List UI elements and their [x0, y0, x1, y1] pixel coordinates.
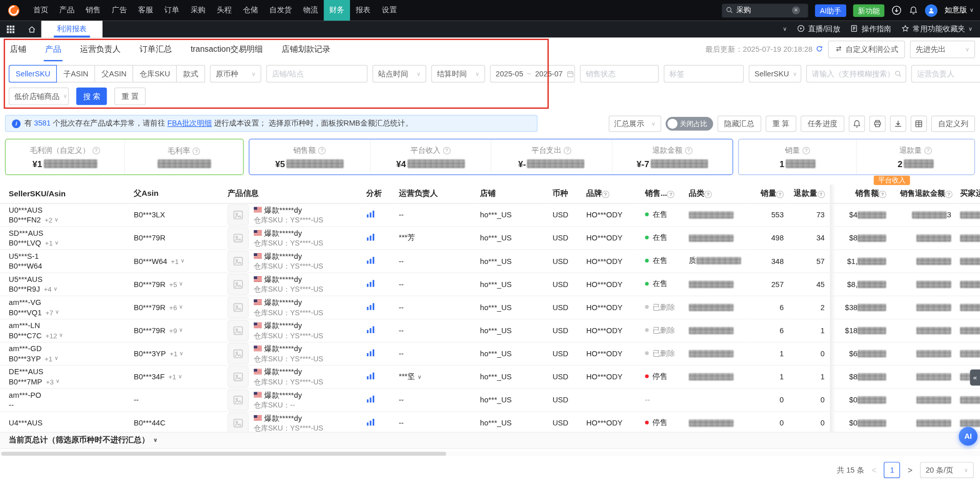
tabs-dropdown-icon[interactable]: ∨ — [783, 26, 787, 32]
analysis-chart-icon[interactable] — [366, 325, 375, 334]
nav-item[interactable]: 头程 — [211, 0, 237, 21]
expand-variants[interactable]: +2∨ — [45, 215, 58, 225]
chevron-down-icon[interactable]: ∨ — [153, 438, 158, 443]
favorites-link[interactable]: 常用功能收藏夹 ∨ — [902, 24, 973, 34]
product-image[interactable] — [228, 343, 249, 364]
question-icon[interactable]: ? — [564, 147, 571, 154]
col-operator[interactable]: 运营负责人 — [394, 185, 475, 203]
expand-variants[interactable]: +1∨ — [45, 354, 58, 364]
analysis-chart-icon[interactable] — [366, 302, 375, 311]
notify-bell-button[interactable] — [849, 116, 865, 132]
global-search[interactable]: ✕ — [722, 4, 808, 17]
product-image[interactable] — [228, 273, 249, 294]
expand-variants[interactable]: +3∨ — [46, 377, 59, 387]
search-button[interactable]: 搜 索 — [76, 88, 107, 105]
product-name[interactable]: 爆款*****dy — [264, 274, 302, 284]
apps-grid-icon[interactable] — [6, 25, 15, 33]
question-icon[interactable]: ? — [92, 147, 100, 154]
product-image[interactable] — [228, 204, 249, 225]
nav-item[interactable]: 订单 — [159, 0, 185, 21]
table-layout-button[interactable] — [911, 116, 927, 132]
home-icon[interactable] — [23, 21, 42, 37]
ratio-toggle[interactable]: 关闭占比 — [665, 117, 713, 131]
dimension-button[interactable]: 父ASIN — [95, 65, 134, 83]
col-sales-amount[interactable]: 销售额? — [830, 185, 891, 203]
product-name[interactable]: 爆款*****dy — [264, 228, 302, 238]
ai-assistant-button[interactable]: AI助手 — [815, 4, 846, 16]
product-name[interactable]: 爆款*****dy — [264, 251, 302, 261]
expand-parent[interactable]: +5∨ — [169, 280, 183, 288]
product-name[interactable]: 爆款*****dy — [264, 390, 302, 400]
operator-input[interactable] — [911, 65, 980, 83]
fba-batch-link[interactable]: FBA批次明细 — [167, 119, 212, 128]
shop-site-input[interactable] — [267, 65, 368, 83]
report-tab[interactable]: 店铺 — [9, 41, 28, 61]
col-currency[interactable]: 币种 — [547, 185, 581, 203]
report-tab[interactable]: 运营负责人 — [79, 41, 122, 61]
nav-item[interactable]: 产品 — [54, 0, 80, 21]
current-page[interactable]: 1 — [884, 462, 901, 478]
col-sellersku-asin[interactable]: SellerSKU/Asin — [0, 185, 129, 203]
scrollbar-thumb[interactable] — [1, 452, 446, 456]
expand-variants[interactable]: +1∨ — [45, 238, 59, 248]
col-brand[interactable]: 品牌? — [581, 185, 640, 203]
settle-time-select[interactable]: 结算时间∨ — [431, 65, 485, 83]
new-feature-button[interactable]: 新功能 — [853, 4, 885, 16]
costing-method-select[interactable]: 先进先出∨ — [910, 40, 975, 58]
clear-search-icon[interactable]: ✕ — [792, 6, 800, 14]
nav-item[interactable]: 报表 — [350, 0, 376, 21]
date-range-picker[interactable]: 2025-05 ~ 2025-07 — [490, 65, 575, 83]
sale-status-input[interactable] — [580, 65, 659, 83]
currency-select[interactable]: 原币种∨ — [210, 65, 261, 83]
expand-variants[interactable]: +12∨ — [46, 330, 63, 340]
analysis-chart-icon[interactable] — [366, 210, 375, 218]
col-sale-status[interactable]: 销售...? — [640, 185, 684, 203]
col-sales-refund[interactable]: 销售退款金额? — [891, 185, 956, 203]
sku-type-select[interactable]: SellerSKU∨ — [749, 65, 801, 83]
report-tab[interactable]: 店铺划款记录 — [280, 41, 332, 61]
col-parent-asin[interactable]: 父Asin — [129, 185, 222, 203]
col-product-info[interactable]: 产品信息 — [222, 185, 361, 203]
logo[interactable] — [8, 4, 20, 16]
guide-link[interactable]: 操作指南 — [850, 24, 891, 34]
expand-parent[interactable]: +1∨ — [171, 257, 185, 265]
export-download-button[interactable] — [890, 116, 906, 132]
question-icon[interactable]: ? — [924, 147, 932, 154]
bell-icon[interactable] — [909, 6, 918, 15]
col-buyer-freight[interactable]: 买家运费收入 — [956, 185, 980, 203]
product-image[interactable] — [228, 320, 249, 341]
edition-switcher[interactable]: 如意版∨ — [945, 5, 974, 16]
question-icon[interactable]: ? — [443, 147, 451, 154]
product-image[interactable] — [228, 412, 249, 432]
dimension-button[interactable]: 仓库SKU — [133, 65, 177, 83]
next-page-icon[interactable]: > — [908, 465, 912, 475]
nav-item[interactable]: 仓储 — [237, 0, 263, 21]
analysis-chart-icon[interactable] — [366, 418, 375, 426]
refresh-icon[interactable] — [815, 45, 823, 54]
ai-float-button[interactable]: AI — [959, 427, 978, 446]
product-image[interactable] — [228, 389, 249, 410]
nav-item[interactable]: 广告 — [106, 0, 132, 21]
prev-page-icon[interactable]: < — [872, 465, 876, 475]
expand-parent[interactable]: +9∨ — [169, 327, 183, 334]
report-tab[interactable]: 订单汇总 — [138, 41, 173, 61]
analysis-chart-icon[interactable] — [366, 395, 375, 403]
recalculate-button[interactable]: 重 算 — [765, 116, 796, 132]
product-name[interactable]: 爆款*****dy — [264, 343, 302, 354]
product-image[interactable] — [228, 297, 249, 318]
tab-profit-report[interactable]: 利润报表 — [41, 21, 102, 37]
nav-item[interactable]: 客服 — [133, 0, 159, 21]
analysis-chart-icon[interactable] — [366, 256, 375, 264]
expand-parent[interactable]: +1∨ — [170, 350, 183, 357]
col-qty[interactable]: 销量? — [749, 185, 789, 203]
print-button[interactable] — [869, 116, 886, 132]
expand-parent[interactable]: +1∨ — [168, 373, 182, 380]
reset-button[interactable]: 重 置 — [115, 88, 146, 105]
analysis-chart-icon[interactable] — [366, 349, 375, 357]
product-name[interactable]: 爆款*****dy — [264, 366, 302, 377]
site-time-select[interactable]: 站点时间∨ — [373, 65, 426, 83]
nav-item[interactable]: 设置 — [376, 0, 402, 21]
product-image[interactable] — [228, 366, 249, 387]
tag-input[interactable] — [664, 65, 744, 83]
dimension-button[interactable]: 子ASIN — [56, 65, 95, 83]
